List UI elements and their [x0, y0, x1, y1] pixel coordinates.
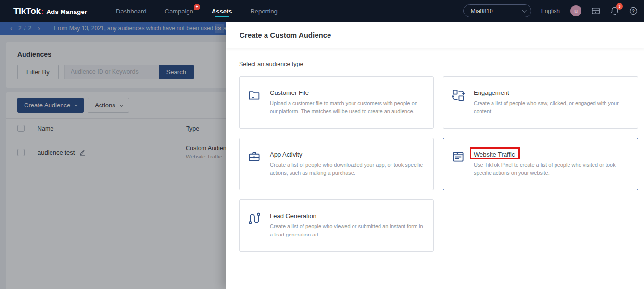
website-traffic-icon [452, 150, 465, 163]
notifications-bell-icon[interactable]: 3 [610, 6, 619, 16]
card-website-traffic[interactable]: Website Traffic Use TikTok Pixel to crea… [443, 138, 638, 190]
card-description: Create a list of people who downloaded y… [270, 161, 425, 177]
bell-badge: 3 [616, 3, 623, 10]
account-selector[interactable]: Mia0810 [463, 4, 531, 17]
audience-type-label: Select an audience type [239, 61, 638, 67]
screen: TikTok : Ads Manager Dashboard Campaign … [0, 0, 644, 289]
logo-brand-text: TikTok [13, 6, 40, 16]
card-app-activity[interactable]: App Activity Create a list of people who… [239, 138, 434, 190]
card-customer-file[interactable]: Customer File Upload a customer file to … [239, 76, 434, 129]
card-title: App Activity [270, 151, 425, 158]
engagement-icon [452, 89, 465, 102]
language-selector[interactable]: English [541, 8, 560, 14]
modal-title: Create a Custom Audience [240, 31, 331, 39]
inbox-icon[interactable] [591, 6, 601, 16]
card-description: Upload a customer file to match your cus… [270, 99, 425, 116]
modal-header: Create a Custom Audience [226, 22, 644, 48]
chevron-down-icon [522, 8, 527, 13]
main-nav: Dashboard Campaign + Assets Reporting [116, 1, 278, 21]
app-activity-icon [248, 150, 261, 163]
help-icon[interactable]: ? [629, 6, 638, 16]
card-engagement[interactable]: Engagement Create a list of people who s… [443, 76, 638, 129]
audience-type-cards: Customer File Upload a customer file to … [239, 76, 638, 252]
customer-file-icon [248, 89, 261, 102]
nav-item-campaign-label: Campaign [165, 8, 193, 15]
modal-body: Select an audience type Customer File Up… [226, 48, 644, 252]
nav-item-reporting[interactable]: Reporting [250, 1, 277, 21]
nav-item-dashboard[interactable]: Dashboard [116, 1, 147, 21]
card-description: Use TikTok Pixel to create a list of peo… [474, 161, 629, 177]
create-custom-audience-modal: Create a Custom Audience Select an audie… [226, 22, 644, 289]
card-title: Engagement [474, 89, 629, 96]
card-description: Create a list of people who viewed or su… [270, 223, 425, 239]
account-name: Mia0810 [471, 8, 522, 14]
nav-item-campaign[interactable]: Campaign + [165, 1, 193, 21]
logo-colon: : [41, 7, 44, 16]
card-title: Lead Generation [270, 212, 425, 220]
svg-text:?: ? [632, 8, 635, 13]
tiktok-logo[interactable]: TikTok : Ads Manager [13, 6, 87, 16]
card-title: Customer File [270, 89, 425, 96]
logo-suffix-text: Ads Manager [46, 8, 87, 15]
top-navbar: TikTok : Ads Manager Dashboard Campaign … [0, 0, 644, 22]
avatar[interactable]: u [570, 5, 581, 16]
card-title: Website Traffic [474, 151, 629, 158]
nav-item-assets[interactable]: Assets [212, 1, 232, 21]
campaign-badge: + [194, 4, 200, 10]
card-description: Create a list of people who saw, clicked… [474, 99, 629, 116]
avatar-initial: u [574, 8, 578, 14]
card-lead-generation[interactable]: Lead Generation Create a list of people … [239, 199, 434, 252]
navbar-right: Mia0810 English u 3 [463, 4, 639, 17]
lead-generation-icon [248, 212, 261, 225]
